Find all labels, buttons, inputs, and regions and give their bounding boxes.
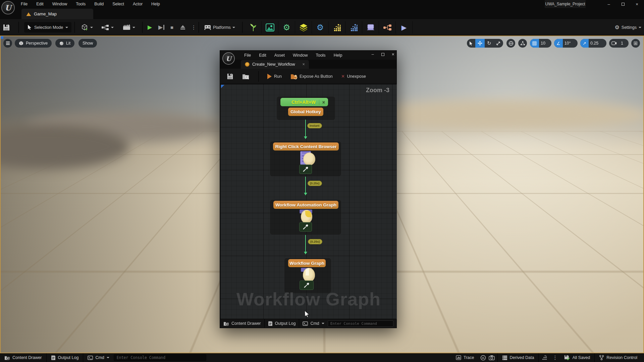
menu-window[interactable]: Window: [293, 53, 308, 58]
perspective-dropdown[interactable]: Perspective: [15, 39, 52, 48]
lit-dropdown[interactable]: Lit: [55, 39, 74, 48]
close-button[interactable]: ×: [630, 0, 644, 8]
save-button[interactable]: [224, 73, 236, 80]
blueprints-button[interactable]: [101, 22, 114, 33]
select-tool-button[interactable]: [467, 39, 475, 48]
screenshot-button[interactable]: [488, 353, 497, 362]
foliage-tool-button[interactable]: [245, 21, 262, 34]
move-tool-button[interactable]: [475, 39, 485, 48]
maximize-button[interactable]: [381, 53, 384, 56]
stop-button[interactable]: ■: [170, 22, 173, 33]
menu-edit[interactable]: Edit: [259, 53, 266, 58]
console-command-input[interactable]: [328, 320, 393, 327]
quad-view-button[interactable]: ⊞: [631, 39, 640, 48]
rotation-snap-value[interactable]: 10°: [563, 41, 574, 46]
unexpose-button[interactable]: × Unexpose: [339, 73, 369, 80]
surface-snap-button[interactable]: [518, 39, 527, 48]
derived-data-button[interactable]: Derived Data: [498, 353, 539, 362]
play-options-button[interactable]: ⋮: [191, 22, 196, 33]
settings-dropdown[interactable]: ⚙ Settings: [614, 22, 641, 33]
close-button[interactable]: ×: [392, 52, 394, 57]
yellow-data-button[interactable]: [329, 21, 345, 34]
menu-tools[interactable]: Tools: [316, 53, 325, 58]
tab-create-new-workflow[interactable]: Create_New_Workflow ×: [241, 60, 309, 69]
unreal-logo-icon[interactable]: U: [1, 1, 15, 14]
save-button[interactable]: [3, 22, 10, 33]
show-dropdown[interactable]: Show: [78, 39, 97, 48]
eyedropper-button[interactable]: [299, 165, 312, 174]
expose-as-button[interactable]: Expose As Button: [288, 73, 335, 79]
landscape-tool-button[interactable]: [262, 21, 278, 34]
scale-snap-toggle[interactable]: ↗: [580, 39, 589, 48]
minimize-button[interactable]: –: [602, 0, 616, 8]
menu-select[interactable]: Select: [112, 2, 124, 6]
menu-actor[interactable]: Actor: [133, 2, 143, 6]
rotate-tool-button[interactable]: ↻: [485, 39, 494, 48]
world-space-button[interactable]: [506, 39, 515, 48]
console-command-input[interactable]: [114, 354, 206, 361]
menu-help[interactable]: Help: [151, 2, 160, 6]
scale-snap-value[interactable]: 0.25: [589, 41, 601, 46]
statusbar-overflow-button[interactable]: ⋮: [550, 353, 560, 362]
eyedropper-button[interactable]: [299, 222, 312, 232]
hotkey-remove-icon[interactable]: ×: [319, 100, 328, 105]
workflow-editor-window[interactable]: U File Edit Asset Window Tools Help – × …: [220, 50, 397, 328]
all-saved-button[interactable]: All Saved: [560, 353, 594, 362]
texture-streaming-button[interactable]: [539, 353, 550, 362]
node-header-workflow-graph[interactable]: Workflow Graph: [288, 259, 326, 267]
packaging-tool-button[interactable]: [295, 21, 312, 34]
camera-speed-button[interactable]: [609, 39, 619, 48]
eject-button[interactable]: [180, 22, 185, 33]
globe-icon: [508, 41, 514, 46]
launch-button[interactable]: ▶: [396, 21, 413, 34]
hotkey-chip[interactable]: Ctrl+Alt+W ×: [280, 98, 328, 106]
cinematics-button[interactable]: [123, 22, 135, 33]
modeling-tool-button[interactable]: ⚙: [278, 21, 295, 34]
content-drawer-button[interactable]: Content Drawer: [0, 353, 46, 362]
menu-tools[interactable]: Tools: [76, 2, 86, 6]
workflow-graph-canvas[interactable]: Zoom -3 Ctrl+Alt+W × Global Hotkey Insta…: [220, 84, 397, 319]
menu-window[interactable]: Window: [52, 2, 67, 6]
project-settings-button[interactable]: ⚙: [312, 21, 329, 34]
grid-snap-toggle[interactable]: [530, 39, 539, 48]
tab-game-map[interactable]: Game_Map: [21, 9, 93, 19]
trace-button[interactable]: Trace: [451, 353, 479, 362]
viewport-corner-handle[interactable]: [1, 36, 3, 39]
node-header-automation[interactable]: Workflow Automation Graph: [273, 201, 338, 209]
insights-button[interactable]: [479, 353, 488, 362]
blue-data-button[interactable]: [345, 21, 362, 34]
cmd-dropdown[interactable]: Cmd: [299, 319, 327, 328]
menu-build[interactable]: Build: [94, 2, 104, 6]
restore-button[interactable]: [616, 0, 630, 8]
revision-control-button[interactable]: Revision Control: [595, 353, 644, 362]
add-actor-button[interactable]: +: [81, 22, 93, 33]
output-log-button[interactable]: Output Log: [47, 353, 83, 362]
selection-mode-dropdown[interactable]: Selection Mode: [24, 22, 71, 33]
frame-skip-button[interactable]: ▶: [158, 22, 164, 33]
viewport-options-button[interactable]: [3, 39, 12, 48]
menu-asset[interactable]: Asset: [274, 53, 285, 58]
node-header-right-click[interactable]: Right Click Content Browser: [273, 142, 339, 150]
tab-close-icon[interactable]: ×: [303, 62, 305, 67]
menu-file[interactable]: File: [244, 53, 251, 58]
screen-icon: [366, 24, 375, 31]
node-header-global-hotkey[interactable]: Global Hotkey: [288, 108, 323, 116]
output-log-button[interactable]: Output Log: [265, 319, 299, 328]
minimize-button[interactable]: –: [372, 52, 374, 57]
cmd-dropdown[interactable]: Cmd: [83, 353, 113, 362]
menu-file[interactable]: File: [21, 2, 28, 6]
node-graph-button[interactable]: [379, 21, 396, 34]
menu-help[interactable]: Help: [334, 53, 342, 58]
device-preview-button[interactable]: [362, 21, 379, 34]
play-button[interactable]: ▶: [148, 22, 152, 33]
menu-edit[interactable]: Edit: [36, 2, 44, 6]
browse-asset-button[interactable]: [239, 73, 252, 80]
run-button[interactable]: Run: [265, 74, 284, 79]
angle-snap-toggle[interactable]: ∠: [554, 39, 563, 48]
grid-snap-value[interactable]: 10: [539, 41, 548, 46]
platforms-dropdown[interactable]: Platforms: [204, 22, 235, 33]
content-drawer-button[interactable]: Content Drawer: [220, 319, 264, 328]
workflow-window-titlebar[interactable]: File Edit Asset Window Tools Help – ×: [220, 51, 396, 60]
scale-tool-button[interactable]: [494, 39, 503, 48]
camera-speed-value[interactable]: 1: [619, 41, 626, 46]
